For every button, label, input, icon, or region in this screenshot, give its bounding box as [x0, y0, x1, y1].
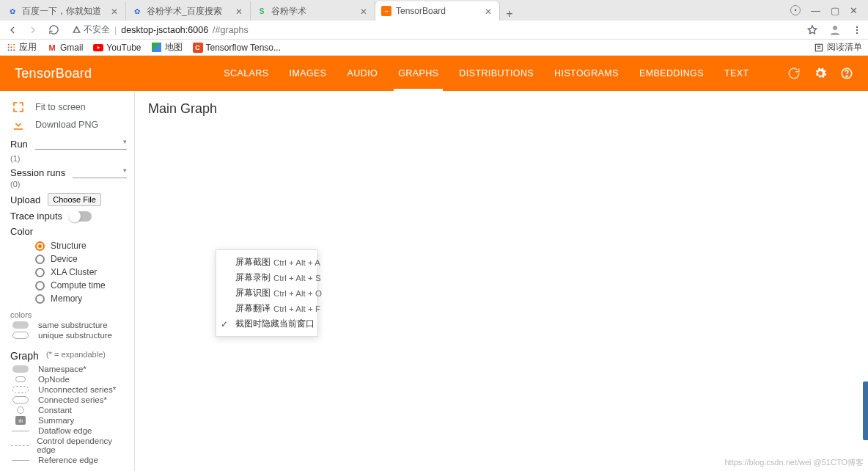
- download-png-button[interactable]: Download PNG: [35, 120, 98, 130]
- new-tab-button[interactable]: +: [500, 7, 519, 21]
- trace-inputs-toggle[interactable]: [70, 211, 92, 222]
- gear-icon[interactable]: [814, 67, 827, 80]
- ctx-item-screenshot[interactable]: 屏幕截图 Ctrl + Alt + A: [216, 255, 317, 270]
- legend-label: OpNode: [38, 375, 70, 384]
- reading-list-button[interactable]: 阅读清单: [814, 41, 862, 54]
- sidebar: Fit to screen Download PNG Run (1) Sessi…: [0, 91, 135, 471]
- apps-icon: [6, 43, 16, 53]
- ctx-item-hide-window[interactable]: ✓截图时隐藏当前窗口: [216, 316, 317, 332]
- bm-label: Gmail: [60, 43, 83, 53]
- youtube-icon: [93, 43, 103, 53]
- fit-icon: [10, 101, 26, 114]
- reload-icon[interactable]: [47, 23, 60, 37]
- close-icon[interactable]: ✕: [235, 7, 244, 15]
- tab-scalars[interactable]: SCALARS: [224, 56, 268, 91]
- tab-title: TensorBoard: [396, 6, 480, 16]
- bm-label: Tensorflow Tenso...: [206, 43, 282, 53]
- help-icon[interactable]: [840, 67, 853, 80]
- tab-title: 谷粉学术: [271, 5, 356, 18]
- legend-label: Dataflow edge: [38, 426, 92, 435]
- gmail-icon: M: [47, 43, 57, 53]
- close-icon[interactable]: ✕: [111, 7, 119, 15]
- window-maximize-icon[interactable]: ▢: [831, 5, 839, 16]
- legend-label: same substructure: [38, 321, 108, 329]
- svg-point-6: [13, 44, 15, 45]
- color-opt-compute[interactable]: Compute time: [10, 279, 127, 292]
- swatch-unconnected: [12, 386, 29, 393]
- color-opt-xla[interactable]: XLA Cluster: [10, 266, 127, 279]
- tab-distributions[interactable]: DISTRIBUTIONS: [459, 56, 534, 91]
- check-icon: ✓: [221, 319, 228, 329]
- window-minimize-icon[interactable]: —: [811, 5, 820, 16]
- tab-images[interactable]: IMAGES: [290, 56, 327, 91]
- legend-label: Namespace*: [38, 365, 87, 373]
- session-select[interactable]: [73, 168, 127, 178]
- fit-to-screen-button[interactable]: Fit to screen: [35, 102, 86, 112]
- window-close-icon[interactable]: ✕: [850, 5, 858, 16]
- svg-point-12: [13, 49, 15, 51]
- star-icon[interactable]: [806, 24, 818, 36]
- radio-label: Device: [51, 254, 78, 264]
- run-select[interactable]: [35, 139, 127, 150]
- browser-tab-active[interactable]: ~ TensorBoard ✕: [375, 1, 500, 21]
- svg-point-0: [833, 26, 837, 30]
- color-opt-memory[interactable]: Memory: [10, 292, 127, 305]
- legend-label: unique substructure: [38, 331, 112, 340]
- choose-file-button[interactable]: Choose File: [48, 193, 101, 206]
- back-icon[interactable]: [6, 23, 19, 37]
- close-icon[interactable]: ✕: [360, 7, 369, 15]
- forward-icon[interactable]: [26, 23, 40, 37]
- account-menu-icon[interactable]: •: [790, 5, 801, 15]
- bm-gmail[interactable]: MGmail: [47, 43, 83, 53]
- trace-inputs-label: Trace inputs: [10, 211, 62, 222]
- session-count: (0): [10, 180, 20, 189]
- browser-tab[interactable]: ✿ 百度一下，你就知道 ✕: [1, 1, 126, 21]
- watermark: https://blog.csdn.net/wei @51CTO博客: [725, 457, 864, 468]
- radio-label: Compute time: [51, 280, 106, 291]
- svg-point-2: [856, 29, 858, 30]
- graph-hint: (* = expandable): [46, 350, 106, 359]
- browser-tab[interactable]: ✿ 谷粉学术_百度搜索 ✕: [126, 1, 251, 21]
- colors-heading: colors: [10, 310, 32, 319]
- bm-maps[interactable]: 地图: [152, 41, 183, 54]
- bm-tensorflow[interactable]: CTensorflow Tenso...: [193, 43, 282, 53]
- refresh-icon[interactable]: [787, 67, 801, 80]
- radio-label: XLA Cluster: [51, 267, 97, 277]
- bm-youtube[interactable]: YouTube: [93, 43, 141, 53]
- color-label: Color: [10, 226, 33, 237]
- run-label: Run: [10, 139, 28, 150]
- reading-list-icon: [814, 43, 824, 53]
- app-title: TensorBoard: [15, 66, 92, 81]
- ctx-item-translate[interactable]: 屏幕翻译 Ctrl + Alt + F: [216, 301, 317, 316]
- window-controls: • — ▢ ✕: [780, 0, 868, 21]
- color-opt-structure[interactable]: Structure: [10, 239, 127, 252]
- tab-histograms[interactable]: HISTOGRAMS: [554, 56, 619, 91]
- svg-point-10: [7, 49, 9, 51]
- tab-text[interactable]: TEXT: [724, 56, 749, 91]
- profile-icon[interactable]: [828, 23, 842, 37]
- color-opt-device[interactable]: Device: [10, 252, 127, 266]
- tab-title: 谷粉学术_百度搜索: [147, 5, 231, 18]
- ctx-shortcut: Ctrl + Alt + A: [273, 258, 320, 267]
- tab-audio[interactable]: AUDIO: [347, 56, 378, 91]
- swatch-connected: [12, 396, 29, 404]
- close-icon[interactable]: ✕: [485, 7, 493, 15]
- omnibox[interactable]: 不安全 | desktop-jsctaoh:6006/#graphs: [67, 22, 799, 38]
- swatch-same: [12, 321, 29, 329]
- side-handle[interactable]: [863, 381, 868, 440]
- bm-label: 阅读清单: [827, 41, 862, 54]
- tensorboard-header: TensorBoard SCALARS IMAGES AUDIO GRAPHS …: [0, 56, 868, 91]
- apps-button[interactable]: 应用: [6, 41, 37, 54]
- swatch-reference: [12, 460, 29, 461]
- ctx-shortcut: Ctrl + Alt + O: [273, 289, 322, 298]
- ctx-item-ocr[interactable]: 屏幕识图 Ctrl + Alt + O: [216, 285, 317, 301]
- tab-embeddings[interactable]: EMBEDDINGS: [639, 56, 704, 91]
- favicon-baidu: ✿: [7, 6, 18, 16]
- browser-tab[interactable]: S 谷粉学术 ✕: [251, 1, 375, 21]
- favicon-baidu: ✿: [132, 6, 142, 16]
- tab-graphs[interactable]: GRAPHS: [398, 56, 438, 91]
- swatch-namespace: [12, 365, 29, 373]
- menu-icon[interactable]: [852, 25, 862, 35]
- ctx-item-record[interactable]: 屏幕录制 Ctrl + Alt + S: [216, 270, 317, 285]
- radio-label: Memory: [51, 293, 82, 304]
